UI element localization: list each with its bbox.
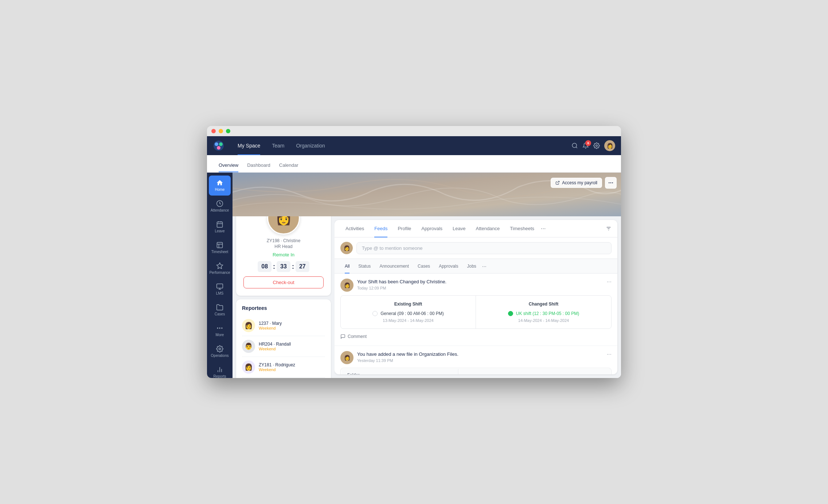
subtab-calendar[interactable]: Calendar xyxy=(275,162,303,172)
svg-point-5 xyxy=(596,145,598,147)
settings-btn[interactable] xyxy=(593,142,600,149)
sidebar-label-cases: Cases xyxy=(215,312,225,316)
sidebar-label-operations: Operations xyxy=(211,354,229,358)
feed-tab-attendance[interactable]: Attendance xyxy=(471,220,505,237)
shift-col-changed: Changed Shift UK shift (12 : 30 PM-05 : … xyxy=(476,296,611,328)
svg-point-13 xyxy=(219,348,221,350)
reportee-name-randall: HR204 · Randall xyxy=(259,342,325,347)
shift-existing-header: Existing Shift xyxy=(347,302,470,307)
subtab-overview[interactable]: Overview xyxy=(214,162,243,172)
content-area: Access my payroll 👩 ZY198 · Ch xyxy=(233,173,621,378)
maximize-btn[interactable] xyxy=(226,129,230,133)
minimize-btn[interactable] xyxy=(219,129,223,133)
profile-avatar: 👩 xyxy=(267,216,300,235)
remote-status: Remote In xyxy=(273,252,294,257)
reportee-avatar-randall: 👨 xyxy=(242,340,255,353)
filter-tabs-more-btn[interactable]: ··· xyxy=(482,263,487,269)
filter-tab-announcement[interactable]: Announcement xyxy=(375,259,413,273)
banner-more-button[interactable] xyxy=(605,177,617,189)
navbar: My Space Team Organization 6 xyxy=(207,136,621,155)
sidebar-item-attendance[interactable]: Attendance xyxy=(209,196,231,216)
filter-tab-cases[interactable]: Cases xyxy=(413,259,434,273)
feed-avatar-1: 👩 xyxy=(340,279,354,292)
clock-sep-2: : xyxy=(292,263,294,271)
feed-item-file: 👩 You have added a new file in Organizat… xyxy=(335,346,617,374)
feed-tabs-more-btn[interactable]: ··· xyxy=(541,225,546,232)
notifications-btn[interactable]: 6 xyxy=(582,142,589,149)
shift-existing-dates: 13-May-2024 - 14-May-2024 xyxy=(347,318,470,323)
post-input-field[interactable]: Type @ to mention someone xyxy=(356,242,612,254)
sidebar-item-reports[interactable]: Reports xyxy=(209,362,231,378)
checkout-button[interactable]: Check-out xyxy=(243,276,324,288)
feed-content: 👩 Your Shift has been Changed by Christi… xyxy=(335,273,617,374)
search-btn[interactable] xyxy=(571,142,578,149)
clock-minutes: 33 xyxy=(277,261,290,272)
comment-label: Comment xyxy=(348,334,367,339)
reportee-item: 👩 1237 · Mary Weekend xyxy=(242,315,325,336)
shift-changed-dates: 14-May-2024 - 14-May-2024 xyxy=(482,318,605,323)
main-layout: Home Attendance Leave Timesheet Performa… xyxy=(207,173,621,378)
sidebar-item-more[interactable]: More xyxy=(209,321,231,341)
svg-point-1 xyxy=(215,142,218,146)
subtabs-bar: Overview Dashboard Calendar xyxy=(207,155,621,173)
clock-hours: 08 xyxy=(258,261,272,272)
feed-more-btn-2[interactable]: ··· xyxy=(607,351,612,358)
feed-avatar-2: 👩 xyxy=(340,351,354,364)
svg-point-16 xyxy=(610,182,612,184)
sidebar-item-timesheet[interactable]: Timesheet xyxy=(209,238,231,258)
feed-text-2: You have added a new file in Organizatio… xyxy=(357,351,603,363)
user-avatar[interactable]: 👩 xyxy=(604,140,615,151)
feed-tabs-filter-btn[interactable] xyxy=(606,226,612,232)
app: My Space Team Organization 6 xyxy=(207,136,621,378)
reportee-item-rodriguez: 👩 ZY181 · Rodriguez Weekend xyxy=(242,357,325,378)
svg-rect-9 xyxy=(217,284,223,288)
svg-point-2 xyxy=(219,142,223,146)
reportee-name-mary: 1237 · Mary xyxy=(259,321,325,326)
svg-point-3 xyxy=(217,146,220,150)
sidebar-item-operations[interactable]: Operations xyxy=(209,342,231,362)
filter-tab-all[interactable]: All xyxy=(340,259,354,273)
shift-changed-radio xyxy=(508,311,513,316)
sidebar-label-reports: Reports xyxy=(213,374,226,378)
payroll-btn-label: Access my payroll xyxy=(562,180,597,185)
feed-card: Activities Feeds Profile Approvals Leave… xyxy=(335,220,617,374)
sidebar-item-performance[interactable]: Performance xyxy=(209,259,231,279)
right-panel: Activities Feeds Profile Approvals Leave… xyxy=(335,216,621,378)
sidebar-item-home[interactable]: Home xyxy=(209,176,231,196)
clock-display: 08 : 33 : 27 xyxy=(258,261,309,272)
shift-comparison: Existing Shift General (09 : 00 AM-06 : … xyxy=(340,295,612,329)
filter-tab-approvals[interactable]: Approvals xyxy=(434,259,462,273)
clock-sep-1: : xyxy=(273,263,275,271)
comment-button[interactable]: Comment xyxy=(340,332,612,340)
feed-tab-approvals[interactable]: Approvals xyxy=(416,220,448,237)
subtab-dashboard[interactable]: Dashboard xyxy=(243,162,275,172)
feed-tab-profile[interactable]: Profile xyxy=(392,220,416,237)
sidebar-label-performance: Performance xyxy=(209,271,230,275)
feed-tab-leave[interactable]: Leave xyxy=(448,220,470,237)
reportee-status-rodriguez: Weekend xyxy=(259,367,325,372)
feed-tab-feeds[interactable]: Feeds xyxy=(369,220,392,237)
banner-actions: Access my payroll xyxy=(551,177,617,189)
folder-col-header: Folder xyxy=(341,369,458,374)
sidebar-item-leave[interactable]: Leave xyxy=(209,217,231,237)
feed-more-btn-1[interactable]: ··· xyxy=(607,279,612,285)
nav-my-space[interactable]: My Space xyxy=(232,136,266,155)
feed-tab-activities[interactable]: Activities xyxy=(340,220,369,237)
filter-tab-jobs[interactable]: Jobs xyxy=(463,259,481,273)
reportee-status-randall: Weekend xyxy=(259,347,325,351)
svg-point-4 xyxy=(572,143,577,147)
sidebar-item-cases[interactable]: Cases xyxy=(209,300,231,320)
feed-tab-timesheets[interactable]: Timesheets xyxy=(505,220,539,237)
filter-tab-status[interactable]: Status xyxy=(354,259,375,273)
nav-team[interactable]: Team xyxy=(266,136,290,155)
nav-organization[interactable]: Organization xyxy=(290,136,331,155)
sidebar-label-home: Home xyxy=(215,188,225,192)
reportees-title: Reportees xyxy=(242,305,325,311)
feed-item-header-1: 👩 Your Shift has been Changed by Christi… xyxy=(340,279,612,292)
access-payroll-button[interactable]: Access my payroll xyxy=(551,178,602,188)
main-content: 👩 ZY198 · Christine HR Head Remote In 08… xyxy=(233,216,621,378)
app-logo[interactable] xyxy=(213,140,224,151)
sidebar-item-lms[interactable]: LMS xyxy=(209,279,231,299)
profile-banner: Access my payroll xyxy=(233,173,621,216)
close-btn[interactable] xyxy=(211,129,216,133)
